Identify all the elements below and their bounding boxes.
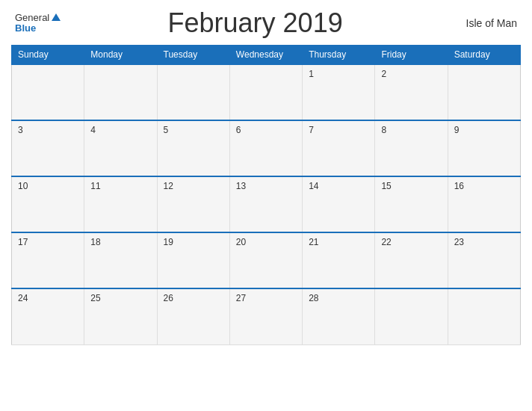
day-number: 11 [90,181,100,191]
day-cell: 9 [448,120,520,176]
day-cell: 4 [84,120,157,176]
logo-general-text: General [15,13,49,23]
day-cell: 7 [303,120,375,176]
day-cell: 28 [303,288,375,344]
day-number: 22 [381,237,391,247]
day-cell: 20 [229,232,302,288]
day-number: 25 [90,293,100,303]
day-number: 15 [381,181,391,191]
day-cell [12,64,84,120]
calendar-header: General Blue February 2019 Isle of Man [11,7,521,39]
calendar-body: 1234567891011121314151617181920212223242… [12,64,521,344]
day-cell [448,288,520,344]
day-number: 20 [236,237,246,247]
day-number: 19 [164,237,173,247]
day-number: 18 [90,237,100,247]
day-cell: 8 [375,120,448,176]
day-number: 24 [18,293,28,303]
logo-triangle-icon [52,13,61,21]
day-number: 23 [454,237,464,247]
day-number: 14 [309,181,318,191]
day-cell [84,64,157,120]
day-cell [229,64,302,120]
day-number: 5 [164,125,169,135]
header-wednesday: Wednesday [229,46,302,65]
day-number: 12 [164,181,173,191]
day-cell [448,64,520,120]
logo: General Blue [15,13,61,34]
day-cell [375,288,448,344]
header-monday: Monday [84,46,157,65]
week-row-2: 3456789 [12,120,521,176]
day-cell: 24 [12,288,84,344]
header-thursday: Thursday [303,46,375,65]
week-row-1: 12 [12,64,521,120]
day-number: 2 [381,69,386,79]
day-number: 7 [309,125,314,135]
day-cell: 19 [157,232,229,288]
day-cell: 13 [229,176,302,232]
day-number: 3 [18,125,23,135]
day-cell: 27 [229,288,302,344]
day-number: 16 [454,181,464,191]
day-number: 27 [236,293,246,303]
logo-blue-text: Blue [15,23,61,34]
day-cell: 2 [375,64,448,120]
header-friday: Friday [375,46,448,65]
header-tuesday: Tuesday [157,46,229,65]
day-cell: 21 [303,232,375,288]
week-row-4: 17181920212223 [12,232,521,288]
day-cell [157,64,229,120]
header-saturday: Saturday [448,46,520,65]
day-number: 10 [18,181,28,191]
day-cell: 23 [448,232,520,288]
day-number: 9 [454,125,460,135]
day-number: 6 [236,125,241,135]
day-cell: 11 [84,176,157,232]
day-cell: 14 [303,176,375,232]
day-cell: 25 [84,288,157,344]
day-number: 28 [309,293,318,303]
day-number: 26 [164,293,173,303]
day-number: 21 [309,237,318,247]
day-cell: 12 [157,176,229,232]
day-cell: 26 [157,288,229,344]
week-row-5: 2425262728 [12,288,521,344]
day-number: 8 [381,125,386,135]
day-cell: 5 [157,120,229,176]
day-cell: 10 [12,176,84,232]
header-sunday: Sunday [12,46,84,65]
calendar-table: Sunday Monday Tuesday Wednesday Thursday… [11,45,521,345]
day-number: 13 [236,181,246,191]
day-cell: 17 [12,232,84,288]
day-number: 17 [18,237,28,247]
day-number: 1 [309,69,314,79]
day-cell: 16 [448,176,520,232]
month-title: February 2019 [61,7,450,39]
day-cell: 18 [84,232,157,288]
week-row-3: 10111213141516 [12,176,521,232]
day-cell: 6 [229,120,302,176]
day-cell: 3 [12,120,84,176]
region-label: Isle of Man [450,17,517,29]
day-cell: 1 [303,64,375,120]
day-cell: 15 [375,176,448,232]
day-cell: 22 [375,232,448,288]
calendar-container: General Blue February 2019 Isle of Man S… [0,0,532,411]
day-headers-row: Sunday Monday Tuesday Wednesday Thursday… [12,46,521,65]
day-number: 4 [90,125,96,135]
